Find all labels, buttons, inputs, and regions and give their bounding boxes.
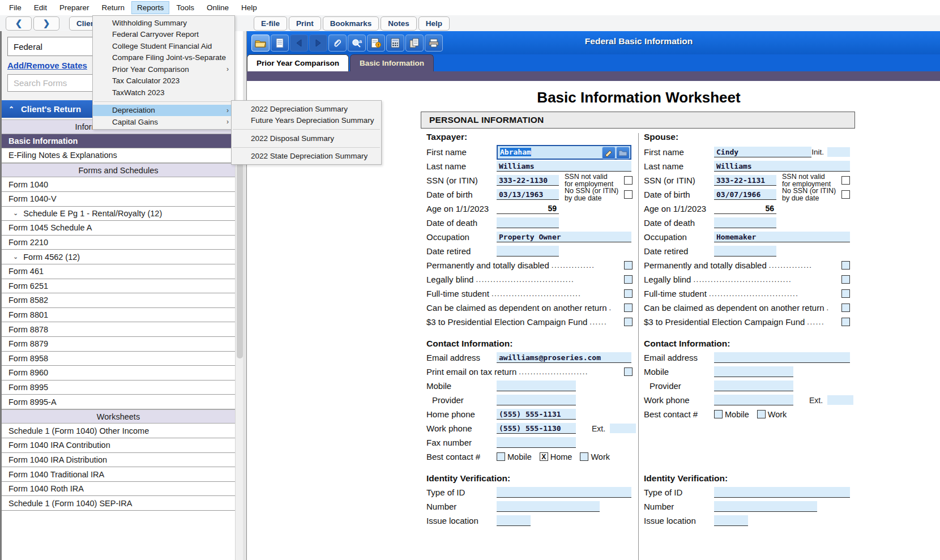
input-work-phone[interactable]: [714, 395, 793, 405]
sidebar-item-basic-information[interactable]: Basic Information: [2, 134, 235, 149]
input-email-address[interactable]: awilliams@proseries.com: [497, 352, 631, 363]
menu-file[interactable]: File: [3, 1, 27, 14]
checkbox-legally-blind[interactable]: [624, 275, 633, 284]
sidebar-item-form-1040[interactable]: Form 1040: [2, 177, 235, 192]
input-ssn-or-itin[interactable]: 333-22-1131: [714, 175, 776, 186]
sidebar-item-form-1045-schedule-a[interactable]: Form 1045 Schedule A: [2, 221, 235, 236]
input-extension[interactable]: [827, 395, 853, 405]
checkbox-best-contact-home[interactable]: X: [540, 452, 548, 461]
sidebar-item-form-1040-roth-ira[interactable]: Form 1040 Roth IRA: [2, 482, 235, 497]
input-date-of-birth[interactable]: 03/13/1963: [497, 189, 559, 200]
back-button[interactable]: ❮: [6, 16, 32, 31]
checkbox-best-contact-mobile[interactable]: [714, 410, 723, 418]
print-button[interactable]: Print: [289, 16, 321, 31]
menu-item-taxwatch-2023[interactable]: TaxWatch 2023: [93, 87, 234, 99]
input-email-address[interactable]: [714, 352, 850, 363]
attachment-button[interactable]: [328, 35, 347, 52]
menu-reports[interactable]: Reports: [131, 1, 169, 14]
menu-item-college-student-financial-aid[interactable]: College Student Financial Aid: [93, 40, 234, 52]
input-age-on-1-1-2023[interactable]: 56: [714, 203, 776, 214]
input-date-retired[interactable]: [714, 246, 776, 257]
checkbox-full-time-student[interactable]: [841, 289, 850, 298]
checkbox-3-to-presidential-election-campaign-fund[interactable]: [841, 318, 850, 326]
forward-button[interactable]: ❯: [33, 16, 59, 31]
sidebar-item-schedule-1-form-1040-sep-ira[interactable]: Schedule 1 (Form 1040) SEP-IRA: [2, 496, 235, 511]
input-provider[interactable]: [497, 395, 576, 405]
menu-item-capital-gains[interactable]: Capital Gains›: [93, 116, 234, 128]
input-initial[interactable]: [827, 147, 850, 157]
checkbox-no-ssn-or-itin-by-due-date[interactable]: [624, 190, 633, 199]
checkbox-can-be-claimed-as-dependent-on-another-return[interactable]: [841, 303, 850, 312]
menu-item-federal-carryover-report[interactable]: Federal Carryover Report: [93, 29, 234, 41]
sidebar-item-form-461[interactable]: Form 461: [2, 264, 235, 279]
sidebar-item-form-8995-a[interactable]: Form 8995-A: [2, 395, 235, 409]
checkbox-can-be-claimed-as-dependent-on-another-return[interactable]: [624, 303, 633, 312]
checkbox-no-ssn-or-itin-by-due-date[interactable]: [841, 190, 850, 199]
edit-button[interactable]: [602, 147, 616, 159]
checkbox-ssn-not-valid-for-employment[interactable]: [624, 176, 633, 185]
help-button[interactable]: Help: [418, 16, 450, 31]
add-remove-states-link[interactable]: Add/Remove States: [7, 61, 87, 70]
input-first-name[interactable]: Cindy: [714, 147, 811, 157]
sidebar-item-form-8995[interactable]: Form 8995: [2, 381, 235, 395]
input-date-of-death[interactable]: [497, 217, 559, 228]
input-issue-location[interactable]: [497, 515, 531, 526]
sidebar-item-form-1040-ira-distribution[interactable]: Form 1040 IRA Distribution: [2, 453, 235, 468]
sidebar-item-form-1040-ira-contribution[interactable]: Form 1040 IRA Contribution: [2, 438, 235, 453]
back-arrow-button[interactable]: [290, 35, 308, 52]
folder-button[interactable]: [616, 147, 630, 159]
sidebar-item-form-1040-traditional-ira[interactable]: Form 1040 Traditional IRA: [2, 467, 235, 482]
sidebar-item-form-8879[interactable]: Form 8879: [2, 337, 235, 352]
sidebar-item-schedule-1-form-1040-other-income[interactable]: Schedule 1 (Form 1040) Other Income: [2, 424, 235, 438]
menu-online[interactable]: Online: [201, 1, 234, 14]
menu-item-prior-year-comparison[interactable]: Prior Year Comparison›: [93, 63, 234, 75]
forward-arrow-button[interactable]: [309, 35, 327, 52]
tab-basic-information[interactable]: Basic Information: [350, 54, 434, 71]
input-work-phone[interactable]: (555) 555-1130: [497, 423, 576, 434]
notes-button[interactable]: Notes: [381, 16, 417, 31]
menu-item-withholding-summary[interactable]: Withholding Summary: [93, 17, 234, 29]
menu-item-depreciation[interactable]: Depreciation›: [93, 105, 234, 117]
form-button[interactable]: [271, 35, 289, 52]
search-button[interactable]: a: [348, 35, 366, 52]
checkbox-3-to-presidential-election-campaign-fund[interactable]: [624, 318, 633, 326]
input-mobile[interactable]: [714, 366, 793, 377]
input-occupation[interactable]: Property Owner: [497, 232, 631, 242]
sidebar-item-form-2210[interactable]: Form 2210: [2, 236, 235, 250]
sidebar-item-e-filing-notes-explanations[interactable]: E-Filing Notes & Explanations: [2, 148, 235, 163]
sidebar-item-form-8582[interactable]: Form 8582: [2, 293, 235, 308]
sidebar-item-schedule-e-pg-1-rental-royalty-12[interactable]: ⌄Schedule E Pg 1 - Rental/Royalty (12): [2, 207, 235, 221]
input-home-phone[interactable]: (555) 555-1131: [497, 409, 576, 420]
e-file-button[interactable]: E-file: [254, 16, 287, 31]
input-date-of-death[interactable]: [714, 217, 776, 228]
menu-item-tax-calculator-2023[interactable]: Tax Calculator 2023: [93, 75, 234, 87]
input-occupation[interactable]: Homemaker: [714, 232, 850, 242]
menu-edit[interactable]: Edit: [28, 1, 53, 14]
chevron-down-icon[interactable]: ⌄: [13, 210, 18, 217]
sidebar-item-form-8960[interactable]: Form 8960: [2, 366, 235, 381]
submenu-item-2022-state-depreciation-summary[interactable]: 2022 State Depreciation Summary: [232, 151, 381, 163]
input-last-name[interactable]: Williams: [714, 161, 850, 172]
checkbox-best-contact-work[interactable]: [757, 410, 766, 418]
checkbox-permanently-and-totally-disabled[interactable]: [841, 261, 850, 270]
menu-preparer[interactable]: Preparer: [54, 1, 95, 14]
sidebar-item-form-8878[interactable]: Form 8878: [2, 322, 235, 337]
input-provider[interactable]: [714, 381, 793, 391]
sidebar-item-form-6251[interactable]: Form 6251: [2, 279, 235, 294]
input-date-of-birth[interactable]: 03/07/1966: [714, 189, 776, 200]
menu-return[interactable]: Return: [96, 1, 131, 14]
checkbox-legally-blind[interactable]: [841, 275, 850, 284]
input-ssn-or-itin[interactable]: 333-22-1130: [497, 175, 559, 186]
input-fax-number[interactable]: [497, 437, 576, 448]
print-button[interactable]: [425, 35, 443, 52]
bookmarks-button[interactable]: Bookmarks: [323, 16, 379, 31]
menu-help[interactable]: Help: [236, 1, 263, 14]
checkbox-best-contact-work[interactable]: [580, 452, 588, 461]
input-age-on-1-1-2023[interactable]: 59: [497, 203, 559, 214]
chevron-down-icon[interactable]: ⌄: [13, 253, 18, 260]
checkbox-ssn-not-valid-for-employment[interactable]: [841, 176, 850, 185]
calculator-button[interactable]: [386, 35, 404, 52]
copy-button[interactable]: [405, 35, 424, 52]
checkbox-permanently-and-totally-disabled[interactable]: [624, 261, 633, 270]
checkbox-best-contact-mobile[interactable]: [497, 452, 505, 461]
